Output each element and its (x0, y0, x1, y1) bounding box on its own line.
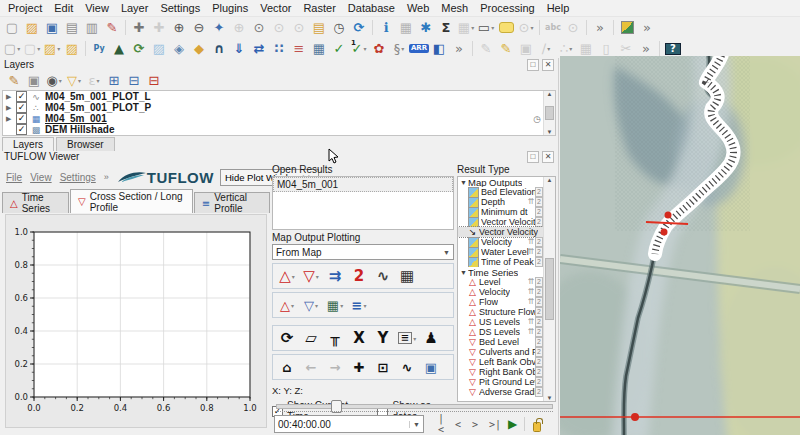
clear-plot[interactable]: ▱ (299, 327, 323, 349)
dock-close-icon[interactable]: ✕ (542, 151, 554, 163)
secondary-axis-badge[interactable]: 2 (535, 237, 543, 247)
menu-settings[interactable]: Settings (154, 2, 206, 14)
layer-item[interactable]: ✓▩DEM Hillshade (3, 124, 555, 135)
select-by-value[interactable]: ▨ (42, 39, 62, 58)
check-tuflow[interactable]: ✓ (329, 39, 349, 58)
reload-data[interactable]: ⟳ (129, 39, 149, 58)
tab-vertical-profile[interactable]: ≡Vertical Profile (194, 192, 270, 213)
layer-name[interactable]: DEM Hillshade (45, 124, 114, 135)
save-project[interactable]: ▣ (42, 18, 62, 37)
menu-view[interactable]: View (79, 2, 115, 14)
toolbar-overflow-2[interactable]: » (637, 18, 657, 37)
dock-float-icon[interactable]: □ (527, 151, 539, 163)
menu-vector[interactable]: Vector (254, 2, 297, 14)
open-result-item[interactable]: M04_5m_001 (273, 177, 453, 192)
new-print-layout[interactable]: ▤ (62, 18, 82, 37)
plot-flux[interactable]: ⇉ (323, 265, 347, 287)
field-calculator[interactable]: ▦ (396, 18, 416, 37)
max-badge[interactable]: ⇈ (527, 248, 534, 256)
secondary-axis-badge[interactable]: 2 (535, 337, 543, 347)
time-next-button[interactable]: > (466, 412, 483, 435)
panel-tab-layers[interactable]: Layers (2, 137, 54, 151)
time-slider[interactable] (276, 404, 553, 409)
layer-item[interactable]: ▶✓▦M04_5m_001◷ (3, 113, 555, 124)
layer-visibility-checkbox[interactable]: ✓ (16, 124, 27, 135)
map-tips[interactable] (496, 18, 516, 37)
secondary-axis-badge[interactable]: 2 (535, 347, 543, 357)
expand-icon[interactable]: ▶ (6, 104, 13, 112)
result-type-item[interactable]: Vector Velocity2 (458, 217, 555, 227)
map-output-plotting-select[interactable]: From Map ▼ (272, 244, 454, 260)
menu-mesh[interactable]: Mesh (435, 2, 474, 14)
toolbar-overflow-3[interactable]: » (449, 39, 469, 58)
scroll-thumb[interactable] (545, 106, 554, 120)
x-axis-options[interactable]: X (347, 327, 371, 349)
result-type-item[interactable]: △Flow⇈2 (458, 297, 555, 307)
secondary-axis-badge[interactable]: 2 (535, 297, 543, 307)
python-console[interactable]: Py (89, 39, 109, 58)
expand-icon[interactable]: ▶ (6, 115, 13, 123)
lock-time-button[interactable] (527, 416, 547, 433)
tree-group-map-outputs[interactable]: ▼Map Outputs (458, 177, 555, 187)
secondary-axis-badge[interactable]: 2 (535, 257, 543, 267)
dock-float-icon[interactable]: □ (527, 59, 539, 71)
max-badge[interactable]: ⇈ (527, 328, 534, 336)
scroll-up-icon[interactable]: ▲ (547, 91, 553, 97)
result-type-item[interactable]: ▽Left Bank Obvert2 (458, 357, 555, 367)
max-badge[interactable]: ⇈ (527, 298, 534, 306)
zoom-to-layer[interactable]: ⊙ (249, 18, 269, 37)
plot-home[interactable]: ⌂ (275, 356, 299, 378)
tuflow-menu-file[interactable]: File (2, 172, 26, 183)
secondary-axis-badge[interactable]: 2 (535, 287, 543, 297)
layer-visibility-checkbox[interactable]: ✓ (16, 113, 27, 124)
plot-cross-section[interactable]: ▽ (299, 265, 323, 287)
menu-overflow[interactable]: » (102, 172, 111, 182)
arr-tool[interactable]: ARR (409, 39, 429, 58)
plot-3d-grid[interactable]: ▦ (395, 265, 419, 287)
open-project[interactable]: ▨ (22, 18, 42, 37)
batch-vertical-profile[interactable]: ≡ (347, 294, 371, 316)
plot-time-series[interactable]: △ (275, 265, 299, 287)
tuflow-menu-settings[interactable]: Settings (56, 172, 100, 183)
dock-close-icon[interactable]: ✕ (542, 59, 554, 71)
add-group[interactable]: ▣ (24, 71, 44, 90)
max-badge[interactable]: ⇈ (527, 278, 534, 286)
plot-adjust[interactable]: ∿ (395, 356, 419, 378)
result-type-item[interactable]: ▽Adverse Gradients2 (458, 387, 555, 397)
secondary-axis-badge[interactable]: 2 (535, 217, 543, 227)
new-project[interactable]: ▢ (2, 18, 22, 37)
layer-item[interactable]: ▶✓∿M04_5m_001_PLOT_L (3, 91, 555, 102)
grid-image[interactable]: ▦ (309, 39, 329, 58)
layer-name[interactable]: M04_5m_001_PLOT_L (45, 91, 151, 102)
result-type-item[interactable]: △DS Levels⇈2 (458, 327, 555, 337)
select-by-location[interactable]: ▨ (62, 39, 82, 58)
cursor-tracking[interactable]: ♟ (419, 327, 443, 349)
filter-legend[interactable]: ▽ (64, 71, 84, 90)
secondary-axis-badge[interactable]: 2 (535, 327, 543, 337)
3d-box[interactable]: ◆ (189, 39, 209, 58)
processing-toolbox[interactable]: ✱ (416, 18, 436, 37)
result-type-item[interactable]: Depth⇈2 (458, 197, 555, 207)
collapse-icon[interactable]: ▼ (460, 269, 468, 276)
menu-web[interactable]: Web (401, 2, 435, 14)
plot-canvas[interactable]: 0.00.20.40.60.81.00.00.20.40.60.81.0 (6, 215, 266, 427)
secondary-axis-badge[interactable]: 2 (535, 317, 543, 327)
result-type-item[interactable]: ↘Vector Velocity (458, 227, 555, 237)
menu-edit[interactable]: Edit (48, 2, 79, 14)
secondary-axis-badge[interactable]: 2 (535, 387, 543, 397)
georeferencer[interactable]: ▨ (149, 39, 169, 58)
select-features[interactable]: ▢ (2, 39, 22, 58)
geometry-checker[interactable]: ◈ (169, 39, 189, 58)
new-bookmark[interactable]: ▤ (309, 18, 329, 37)
statistical-summary[interactable]: Σ (436, 18, 456, 37)
menu-raster[interactable]: Raster (297, 2, 341, 14)
data-source-manager[interactable] (617, 18, 637, 37)
max-badge[interactable]: ⇈ (527, 198, 534, 206)
secondary-axis-badge[interactable]: 2 (535, 377, 543, 387)
secondary-axis-badge[interactable]: 2 (535, 247, 543, 257)
tab-cross-section-long-profile[interactable]: ▽Cross Section / Long Profile (70, 189, 193, 213)
plot-pan[interactable]: ✚ (347, 356, 371, 378)
max-badge[interactable]: ⇈ (527, 288, 534, 296)
secondary-axis[interactable]: 2 (347, 265, 371, 287)
result-type-item[interactable]: Velocity⇈2 (458, 237, 555, 247)
